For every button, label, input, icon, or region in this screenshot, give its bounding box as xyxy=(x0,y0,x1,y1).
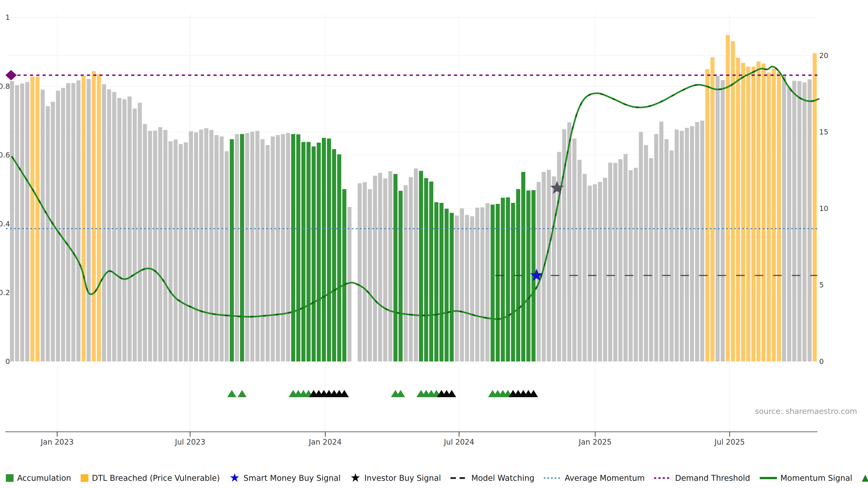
bar-accumulation xyxy=(394,174,398,361)
blue-star-icon: ★ xyxy=(229,474,240,482)
bar-close_price xyxy=(608,163,612,361)
bar-accumulation xyxy=(419,171,423,361)
svg-text:0.4: 0.4 xyxy=(0,220,10,228)
bar-close_price xyxy=(255,131,259,361)
bar-close_price xyxy=(368,189,372,361)
legend-label: Momentum Signal xyxy=(780,474,852,483)
bar-dtl_breached xyxy=(731,41,735,361)
accumulation-triangle-icon xyxy=(238,390,247,397)
bar-close_price xyxy=(797,81,801,361)
bar-dtl_breached xyxy=(705,69,709,361)
bar-accumulation xyxy=(501,198,505,361)
bar-dtl_breached xyxy=(726,35,730,361)
bar-close_price xyxy=(245,133,249,361)
bar-close_price xyxy=(721,80,725,361)
bar-close_price xyxy=(61,88,65,361)
legend-label: Smart Money Buy Signal xyxy=(243,474,341,483)
bar-close_price xyxy=(163,130,167,361)
svg-text:Jul 2023: Jul 2023 xyxy=(175,437,205,447)
price-bars xyxy=(10,35,817,361)
bar-close_price xyxy=(235,134,239,361)
green-triangle-icon: ▲ xyxy=(862,474,868,481)
bar-close_price xyxy=(138,103,142,361)
blue-dotted-line-icon xyxy=(544,477,561,479)
legend-label: Accumulation xyxy=(17,474,71,483)
bar-close_price xyxy=(25,82,29,361)
bar-accumulation xyxy=(291,134,295,361)
bar-close_price xyxy=(215,135,219,361)
svg-text:Jan 2024: Jan 2024 xyxy=(308,437,342,447)
bar-close_price xyxy=(15,85,19,361)
bar-close_price xyxy=(46,106,50,361)
bar-close_price xyxy=(690,126,694,361)
bar-dtl_breached xyxy=(82,76,86,361)
bar-dtl_breached xyxy=(751,67,755,361)
signal-triangles xyxy=(227,390,538,397)
bar-close_price xyxy=(347,207,351,361)
source-credit: source: sharemaestro.com xyxy=(755,407,857,416)
svg-text:0: 0 xyxy=(5,357,10,366)
bar-close_price xyxy=(363,182,367,361)
bar-close_price xyxy=(567,123,571,361)
bar-close_price xyxy=(271,136,275,361)
bar-close_price xyxy=(133,109,137,361)
bar-accumulation xyxy=(424,178,428,361)
bar-close_price xyxy=(260,139,265,361)
bar-dtl_breached xyxy=(767,72,771,361)
legend-label: Demand Threshold xyxy=(675,474,750,483)
bar-accumulation xyxy=(439,203,443,361)
legend-item-accumulation-triangle: ▲ Accumulation xyxy=(862,474,868,483)
bar-close_price xyxy=(358,183,362,361)
bar-close_price xyxy=(383,178,387,361)
bar-accumulation xyxy=(327,138,331,361)
bar-close_price xyxy=(634,168,638,361)
legend-label: Model Watching xyxy=(471,474,534,483)
black-star-icon: ★ xyxy=(350,474,361,482)
bar-close_price xyxy=(153,131,157,361)
bar-close_price xyxy=(486,203,490,361)
bar-dtl_breached xyxy=(741,63,745,361)
bar-close_price xyxy=(644,145,648,361)
bar-accumulation xyxy=(526,191,530,361)
bar-close_price xyxy=(572,138,577,361)
svg-text:0: 0 xyxy=(819,357,824,366)
bar-close_price xyxy=(547,170,551,361)
bar-dtl_breached xyxy=(30,76,34,361)
bar-close_price xyxy=(664,139,669,361)
bar-close_price xyxy=(475,207,479,361)
bar-close_price xyxy=(143,124,147,361)
bar-close_price xyxy=(808,79,812,361)
green-line-icon xyxy=(760,477,777,480)
bar-close_price xyxy=(20,84,24,361)
bar-close_price xyxy=(189,131,193,361)
bar-close_price xyxy=(174,140,178,361)
bar-close_price xyxy=(76,80,81,361)
bar-accumulation xyxy=(511,203,515,361)
bar-close_price xyxy=(204,128,209,361)
bar-accumulation xyxy=(312,147,316,361)
svg-text:Jan 2023: Jan 2023 xyxy=(40,437,73,447)
bar-close_price xyxy=(56,91,60,361)
svg-text:Jul 2024: Jul 2024 xyxy=(443,437,474,447)
bar-close_price xyxy=(276,135,280,361)
bar-close_price xyxy=(700,121,704,361)
bar-close_price xyxy=(219,136,223,361)
bar-close_price xyxy=(670,151,674,361)
svg-text:0.8: 0.8 xyxy=(0,82,10,91)
bar-close_price xyxy=(158,127,162,361)
bar-close_price xyxy=(148,131,152,361)
bar-accumulation xyxy=(332,149,336,361)
bar-dtl_breached xyxy=(736,58,740,361)
bar-accumulation xyxy=(429,182,433,361)
bar-close_price xyxy=(266,145,270,361)
bar-close_price xyxy=(680,131,684,361)
bar-accumulation xyxy=(491,205,495,361)
bar-close_price xyxy=(598,182,602,361)
legend: Close Price Accumulation DTL Breached (P… xyxy=(0,474,868,483)
bar-close_price xyxy=(675,129,679,361)
bar-close_price xyxy=(792,80,796,361)
bar-close_price xyxy=(51,102,55,361)
accumulation-triangle-icon xyxy=(227,390,237,397)
legend-item-model-watching: Model Watching xyxy=(451,474,534,483)
purple-dotted-line-icon xyxy=(654,477,671,479)
